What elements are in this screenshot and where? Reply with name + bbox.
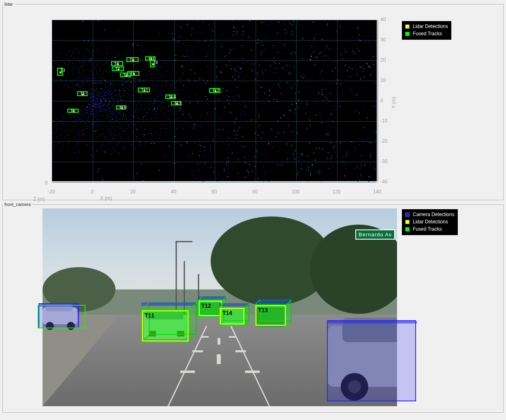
x-tick: 100 <box>292 189 300 195</box>
camera-panel-title: front_camera <box>3 202 32 207</box>
lidar-track-box[interactable]: T3 <box>57 68 63 76</box>
lidar-plot-area[interactable]: T1T2T3T4T5T6T7T8T9T10T11T12T13T14T15 <box>51 19 377 182</box>
track-label: T15 <box>119 106 126 110</box>
y-tick: -30 <box>380 159 387 164</box>
legend-swatch-icon <box>405 227 410 231</box>
svg-rect-29 <box>199 302 222 316</box>
svg-rect-30 <box>220 310 244 324</box>
track-label: T5 <box>130 58 135 62</box>
x-tick: -20 <box>48 189 55 195</box>
svg-point-35 <box>348 380 361 393</box>
legend-item-fused: Fused Tracks <box>405 30 448 37</box>
svg-point-23 <box>46 322 54 330</box>
y-tick: 40 <box>380 17 386 22</box>
track-label: T12 <box>212 88 219 93</box>
track-label: T3 <box>60 68 65 73</box>
lidar-track-box[interactable]: T2 <box>67 109 79 113</box>
legend-label: Lidar Detections <box>413 219 448 225</box>
svg-rect-10 <box>192 350 203 352</box>
camera-body: Bernardo Av Camera Detections Lidar Dete… <box>3 207 503 409</box>
lidar-panel-title: lidar <box>3 2 15 6</box>
x-tick: 140 <box>373 189 381 195</box>
y-axis-label: Y (m) <box>391 96 397 108</box>
legend-swatch-icon <box>405 24 410 29</box>
svg-rect-11 <box>201 336 209 338</box>
track-label: T10 <box>148 57 155 61</box>
svg-rect-14 <box>229 336 236 338</box>
z-axis-label: Z (m) <box>33 196 45 202</box>
svg-rect-33 <box>342 318 397 342</box>
track-label: T9 <box>123 73 128 77</box>
y-tick: -10 <box>380 118 387 124</box>
lidar-track-box[interactable]: T10 <box>145 56 156 60</box>
svg-rect-26 <box>146 311 184 319</box>
svg-rect-15 <box>217 354 221 364</box>
lidar-track-box[interactable]: T13 <box>171 101 181 105</box>
lidar-track-box[interactable]: T11 <box>138 88 150 92</box>
track-label: T11 <box>141 88 148 92</box>
x-tick: 80 <box>252 189 258 195</box>
z-tick: 0 <box>45 180 48 186</box>
lidar-legend: Lidar Detections Fused Tracks <box>402 21 451 40</box>
x-tick: 40 <box>171 189 176 195</box>
y-tick: -20 <box>380 138 387 144</box>
x-axis-label: X (m) <box>100 195 112 201</box>
street-sign: Bernardo Av <box>355 229 395 240</box>
svg-rect-31 <box>256 307 285 327</box>
track-label: T4 <box>114 62 119 66</box>
legend-item-camera-det: Camera Detections <box>405 211 455 218</box>
svg-point-24 <box>67 322 75 330</box>
y-tick: 20 <box>380 57 386 63</box>
camera-panel: front_camera <box>2 202 504 413</box>
legend-label: Fused Tracks <box>413 226 442 232</box>
camera-image[interactable] <box>43 208 397 406</box>
svg-rect-27 <box>149 331 156 336</box>
lidar-track-box[interactable]: T4 <box>111 61 123 66</box>
y-tick: 30 <box>380 37 386 43</box>
legend-item-lidar-det: Lidar Detections <box>405 23 448 30</box>
y-tick: 10 <box>380 77 386 83</box>
track-label: T2 <box>70 109 75 114</box>
lidar-panel: lidar T1T2T3T4T5T6T7T8T9T10T11T12T13T14T… <box>2 2 504 200</box>
lidar-track-box[interactable]: T14 <box>165 94 176 99</box>
lidar-track-box[interactable]: T1 <box>77 91 88 96</box>
lidar-track-box[interactable]: T15 <box>116 105 126 109</box>
x-tick: 60 <box>211 189 217 195</box>
legend-label: Fused Tracks <box>413 31 442 36</box>
svg-rect-28 <box>177 331 184 336</box>
lidar-track-box[interactable]: T5 <box>126 57 139 62</box>
lidar-body: T1T2T3T4T5T6T7T8T9T10T11T12T13T14T15 Lid… <box>3 6 503 197</box>
lidar-track-box[interactable]: T9 <box>120 73 131 77</box>
track-label: T13 <box>174 101 181 106</box>
legend-swatch-icon <box>405 32 410 36</box>
svg-rect-9 <box>180 371 195 373</box>
legend-item-fused: Fused Tracks <box>405 225 455 233</box>
legend-item-lidar-det: Lidar Detections <box>405 218 455 225</box>
svg-rect-12 <box>245 371 260 373</box>
legend-swatch-icon <box>405 212 410 217</box>
lidar-track-box[interactable]: T12 <box>209 88 220 93</box>
track-label: T1 <box>80 92 85 96</box>
x-tick: 0 <box>91 189 94 195</box>
svg-rect-16 <box>218 338 220 345</box>
legend-label: Camera Detections <box>413 212 455 217</box>
lidar-track-box[interactable]: T7 <box>112 66 124 71</box>
track-label: T7 <box>115 67 120 71</box>
street-sign-text: Bernardo Av <box>359 231 392 238</box>
x-tick: 20 <box>130 189 135 195</box>
legend-swatch-icon <box>405 220 410 224</box>
legend-label: Lidar Detections <box>413 24 448 29</box>
camera-legend: Camera Detections Lidar Detections Fused… <box>402 209 458 235</box>
x-tick: 120 <box>332 189 340 195</box>
y-tick: -40 <box>380 179 387 184</box>
svg-rect-22 <box>46 303 73 311</box>
y-tick: 0 <box>380 98 383 103</box>
svg-rect-13 <box>235 350 246 352</box>
track-label: T14 <box>169 95 175 99</box>
